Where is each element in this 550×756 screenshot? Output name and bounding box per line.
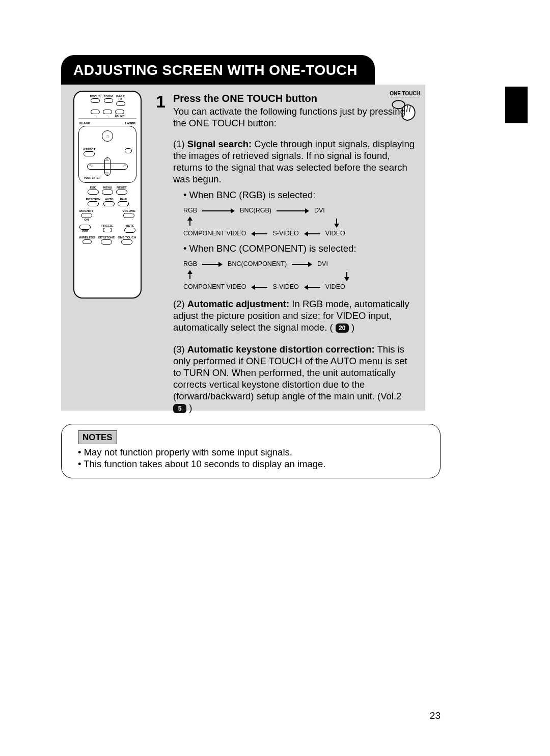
remote-button xyxy=(121,239,132,245)
remote-button xyxy=(104,98,113,103)
arrow-left-icon xyxy=(304,284,320,291)
arrow-down-icon xyxy=(343,270,350,281)
remote-label: RESET xyxy=(117,186,127,189)
page-ref-pill: 20 xyxy=(336,323,349,333)
remote-button xyxy=(103,110,112,114)
flow-node: RGB xyxy=(183,205,197,217)
arrow-left-icon xyxy=(251,284,267,291)
notes-box: NOTES • May not function properly with s… xyxy=(61,424,441,478)
remote-label: POSITION xyxy=(86,198,101,201)
remote-button xyxy=(102,190,113,195)
remote-label: ONE TOUCH xyxy=(118,236,136,239)
remote-label: – xyxy=(94,114,96,117)
flow-component: RGB BNC(COMPONENT) DVI COMPONENT VIDEO S… xyxy=(183,258,417,293)
flow-node: COMPONENT VIDEO xyxy=(183,281,246,293)
flow-node: VIDEO xyxy=(325,228,345,239)
remote-label: ON xyxy=(84,218,89,221)
step-number: 1 xyxy=(156,92,166,112)
item-lead: Signal search: xyxy=(187,139,252,149)
step-intro: You can activate the following functions… xyxy=(173,105,417,129)
auto-adjust-paragraph: (2) Automatic adjustment: In RGB mode, a… xyxy=(173,298,417,333)
step-title: Press the ONE TOUCH button xyxy=(173,93,417,104)
flow-node: RGB xyxy=(183,258,197,270)
keystone-paragraph: (3) Automatic keystone distortion correc… xyxy=(173,343,417,414)
remote-label: FOCUS xyxy=(90,95,101,98)
remote-button xyxy=(125,148,132,153)
arrow-up-icon xyxy=(186,217,194,228)
remote-dpad: ◁ ▷ △ ▽ xyxy=(87,157,128,176)
arrow-down-icon xyxy=(333,217,340,228)
flow-node: S-VIDEO xyxy=(272,228,298,239)
remote-button xyxy=(124,228,135,233)
item-lead: Automatic adjustment: xyxy=(187,299,289,309)
remote-button xyxy=(116,190,127,195)
page-ref-pill: 5 xyxy=(173,404,186,413)
arrow-left-icon xyxy=(251,230,267,237)
remote-label: ESC xyxy=(90,186,96,189)
remote-label: LASER xyxy=(125,122,135,125)
item-body: ) xyxy=(349,322,354,333)
remote-label: MUTE xyxy=(125,224,134,227)
item-prefix: (1) xyxy=(173,139,187,149)
signal-search-paragraph: (1) Signal search: Cycle through input s… xyxy=(173,138,417,185)
item-body: ) xyxy=(186,402,192,413)
flow-node: BNC(RGB) xyxy=(240,205,271,217)
remote-label: OFF xyxy=(82,230,88,233)
remote-illustration: FOCUS ZOOM PAGE UP – – DOWN BLANK LASER … xyxy=(73,91,142,299)
remote-label: MAGNIFY xyxy=(79,209,94,212)
remote-label: FREEZE xyxy=(101,224,114,227)
notes-item: May not function properly with some inpu… xyxy=(84,447,292,457)
remote-label: ASPECT xyxy=(83,148,95,151)
item-prefix: (3) xyxy=(173,344,187,355)
remote-button xyxy=(91,110,100,114)
remote-button xyxy=(91,98,100,103)
case-comp-label: • When BNC (COMPONENT) is selected: xyxy=(173,242,417,254)
remote-button xyxy=(103,201,115,206)
page-number: 23 xyxy=(430,710,441,721)
remote-button xyxy=(84,151,95,156)
arrow-right-icon xyxy=(277,207,309,214)
remote-center-button: ⎍ xyxy=(102,130,113,142)
remote-button xyxy=(118,201,129,206)
remote-button xyxy=(88,201,99,206)
notes-item: This function takes about 10 seconds to … xyxy=(84,458,325,469)
remote-button xyxy=(81,213,92,218)
arrow-right-icon xyxy=(202,207,235,214)
remote-label: MENU xyxy=(103,186,112,189)
remote-label: BLANK xyxy=(79,122,90,125)
remote-button xyxy=(88,190,99,195)
flow-node: BNC(COMPONENT) xyxy=(228,258,287,270)
flow-node: VIDEO xyxy=(325,281,345,293)
remote-label: PUSH ENTER xyxy=(84,177,100,179)
remote-sublabel: UP xyxy=(119,98,122,101)
flow-node: COMPONENT VIDEO xyxy=(183,228,246,239)
remote-label: AUTO xyxy=(105,198,114,201)
remote-button xyxy=(115,110,124,114)
arrow-up-icon xyxy=(186,270,194,281)
item-prefix: (2) xyxy=(173,299,187,309)
case-rgb-label: • When BNC (RGB) is selected: xyxy=(173,189,417,201)
flow-rgb: RGB BNC(RGB) DVI COMPONENT VIDEO S-VIDEO… xyxy=(183,205,417,239)
remote-label: VOLUME xyxy=(122,209,135,212)
side-tab xyxy=(505,87,528,123)
remote-label: WIRELESS xyxy=(79,236,95,239)
arrow-right-icon xyxy=(202,261,223,268)
section-title: ADJUSTING SCREEN WITH ONE-TOUCH xyxy=(61,55,375,86)
arrow-left-icon xyxy=(304,230,320,237)
manual-page: ADJUSTING SCREEN WITH ONE-TOUCH FOCUS ZO… xyxy=(0,0,550,756)
remote-button xyxy=(103,228,112,232)
arrow-right-icon xyxy=(292,261,312,268)
flow-node: S-VIDEO xyxy=(272,281,298,293)
remote-label: ZOOM xyxy=(104,95,113,98)
notes-header: NOTES xyxy=(78,430,117,444)
remote-button xyxy=(101,239,112,245)
item-lead: Automatic keystone distortion correction… xyxy=(187,344,375,355)
remote-button xyxy=(79,225,91,230)
remote-label: KEYSTONE xyxy=(98,236,115,239)
remote-label: PinP xyxy=(120,198,127,201)
remote-button xyxy=(116,101,125,106)
flow-node: DVI xyxy=(314,205,325,217)
remote-button xyxy=(123,213,134,218)
remote-button xyxy=(82,239,92,244)
flow-node: DVI xyxy=(317,258,328,270)
